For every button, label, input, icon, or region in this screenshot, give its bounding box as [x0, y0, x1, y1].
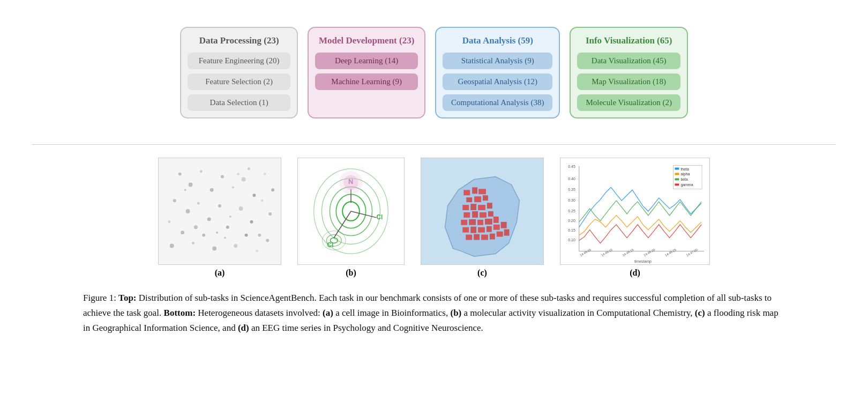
svg-text:0.25: 0.25: [568, 209, 575, 213]
svg-rect-60: [478, 189, 486, 194]
image-item-d: 0.45 0.40 0.35 0.30 0.25 0.20 0.15 0.10 …: [560, 158, 710, 278]
svg-point-6: [232, 186, 234, 188]
svg-rect-107: [675, 168, 679, 170]
svg-point-14: [218, 204, 221, 207]
svg-point-15: [229, 216, 231, 218]
svg-rect-86: [490, 234, 495, 240]
images-section: (a) N Cl Cl: [32, 158, 836, 278]
subitem-model-development-0[interactable]: Deep Learning (14): [315, 53, 418, 69]
subitem-info-visualization-0[interactable]: Data Visualization (45): [577, 53, 680, 69]
svg-rect-79: [478, 227, 485, 233]
svg-rect-111: [675, 178, 679, 180]
svg-point-25: [234, 244, 237, 248]
svg-text:gamma: gamma: [680, 183, 693, 187]
svg-point-3: [200, 170, 203, 173]
svg-rect-85: [481, 235, 488, 240]
svg-point-23: [212, 246, 216, 250]
svg-point-16: [239, 206, 243, 211]
svg-point-18: [261, 199, 264, 202]
svg-text:0.20: 0.20: [568, 219, 575, 223]
svg-point-38: [216, 232, 218, 234]
top-section: Data Processing (23)Feature Engineering …: [32, 16, 836, 129]
svg-point-22: [202, 234, 205, 237]
image-item-a: (a): [158, 158, 281, 278]
svg-rect-81: [493, 225, 500, 230]
svg-text:0.15: 0.15: [568, 228, 575, 232]
image-a: [158, 158, 281, 265]
svg-text:0.40: 0.40: [568, 177, 575, 181]
svg-point-28: [266, 239, 269, 242]
svg-rect-59: [472, 187, 477, 194]
subitem-data-analysis-2[interactable]: Computational Analysis (38): [443, 94, 552, 111]
svg-point-17: [250, 220, 253, 224]
svg-rect-113: [675, 183, 679, 186]
category-title-model-development: Model Development (23): [319, 35, 414, 46]
svg-rect-65: [470, 204, 476, 210]
svg-rect-62: [474, 196, 481, 202]
subitem-info-visualization-1[interactable]: Map Visualization (18): [577, 73, 680, 90]
svg-point-8: [252, 194, 256, 197]
svg-rect-68: [463, 212, 470, 218]
svg-point-9: [264, 173, 266, 175]
image-b: N Cl Cl: [297, 158, 405, 265]
svg-point-12: [197, 202, 200, 205]
category-box-model-development: Model Development (23)Deep Learning (14)…: [308, 27, 425, 118]
svg-rect-87: [497, 232, 503, 237]
svg-point-24: [224, 237, 226, 239]
svg-point-19: [268, 212, 272, 216]
svg-text:0.35: 0.35: [568, 188, 575, 191]
svg-point-2: [189, 182, 193, 187]
svg-rect-66: [478, 205, 485, 210]
svg-rect-63: [483, 195, 488, 201]
svg-point-26: [245, 234, 248, 237]
svg-rect-80: [487, 226, 492, 232]
subitem-data-processing-1[interactable]: Feature Selection (2): [188, 73, 290, 90]
svg-point-5: [221, 175, 224, 179]
image-c: [421, 158, 544, 265]
figure-caption: Figure 1: Top: Distribution of sub-tasks…: [72, 291, 796, 336]
svg-rect-70: [480, 212, 487, 218]
svg-point-21: [192, 242, 194, 244]
svg-point-4: [210, 188, 214, 192]
image-item-b: N Cl Cl (b): [297, 158, 405, 278]
svg-rect-73: [469, 219, 476, 225]
svg-rect-109: [675, 173, 679, 175]
svg-point-37: [194, 225, 198, 229]
image-d: 0.45 0.40 0.35 0.30 0.25 0.20 0.15 0.10 …: [560, 158, 710, 265]
svg-text:beta: beta: [680, 177, 688, 181]
svg-text:timestamp: timestamp: [634, 259, 652, 264]
svg-point-55: [339, 171, 363, 195]
svg-text:Cl: Cl: [377, 213, 383, 221]
svg-rect-76: [493, 217, 499, 223]
svg-point-29: [170, 243, 174, 248]
svg-rect-74: [477, 220, 483, 225]
svg-rect-61: [466, 197, 472, 202]
svg-rect-71: [488, 211, 493, 217]
category-box-info-visualization: Info Visualization (65)Data Visualizatio…: [570, 27, 687, 118]
svg-rect-75: [485, 219, 492, 225]
svg-point-33: [271, 188, 274, 191]
subitem-info-visualization-2[interactable]: Molecule Visualization (2): [577, 94, 680, 111]
subitem-data-analysis-1[interactable]: Geospatial Analysis (12): [443, 73, 552, 90]
subitem-data-processing-2[interactable]: Data Selection (1): [188, 94, 290, 111]
svg-rect-72: [461, 220, 467, 225]
subitem-data-analysis-0[interactable]: Statistical Analysis (9): [443, 53, 552, 69]
category-title-data-processing: Data Processing (23): [199, 35, 279, 46]
svg-point-35: [226, 226, 229, 229]
category-box-data-analysis: Data Analysis (59)Statistical Analysis (…: [435, 27, 560, 118]
svg-rect-82: [501, 222, 507, 228]
category-title-info-visualization: Info Visualization (65): [586, 35, 672, 46]
category-title-data-analysis: Data Analysis (59): [462, 35, 533, 46]
image-label-a: (a): [215, 268, 225, 278]
image-label-c: (c): [477, 268, 487, 278]
svg-text:Cl: Cl: [327, 241, 333, 249]
svg-point-1: [178, 173, 182, 176]
svg-point-34: [184, 189, 186, 191]
subitem-model-development-1[interactable]: Machine Learning (9): [315, 73, 418, 90]
svg-point-30: [248, 167, 250, 170]
svg-point-20: [181, 231, 184, 234]
svg-rect-78: [470, 227, 476, 233]
svg-text:0.30: 0.30: [568, 198, 575, 202]
subitem-data-processing-0[interactable]: Feature Engineering (20): [188, 53, 290, 69]
svg-rect-77: [462, 227, 469, 233]
